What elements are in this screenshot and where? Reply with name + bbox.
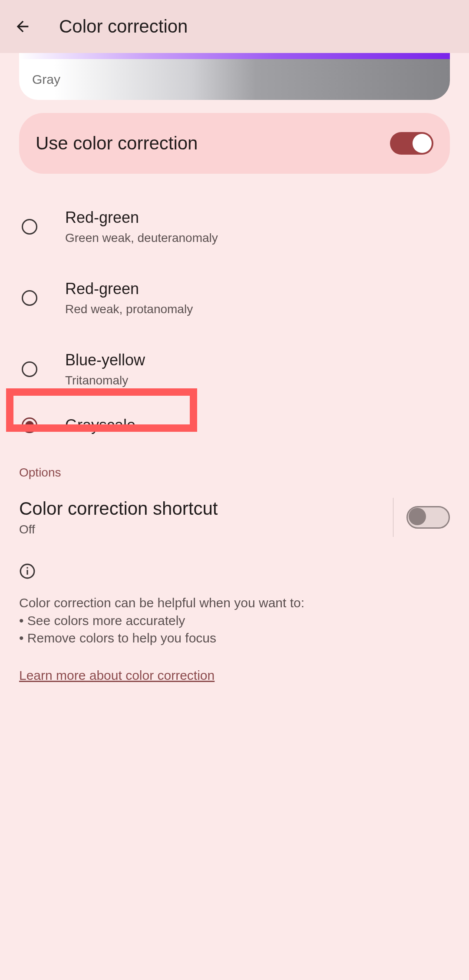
radio-icon [22, 361, 37, 377]
radio-title: Grayscale [65, 416, 135, 434]
radio-texts: Grayscale [65, 416, 135, 434]
radio-icon [22, 219, 37, 235]
shortcut-row[interactable]: Color correction shortcut Off [19, 498, 450, 537]
info-line: • Remove colors to help you focus [19, 629, 450, 647]
divider [393, 498, 393, 537]
page-title: Color correction [59, 16, 188, 37]
toggle-label: Use color correction [36, 133, 198, 154]
info-line: • See colors more accurately [19, 612, 450, 630]
learn-more-link[interactable]: Learn more about color correction [19, 668, 215, 683]
mode-deuteranomaly[interactable]: Red-green Green weak, deuteranomaly [19, 191, 450, 262]
preview-stripe [19, 53, 450, 59]
content: Gray Use color correction Red-green Gree… [0, 53, 469, 683]
preview-label: Gray [32, 72, 60, 87]
use-color-correction-row[interactable]: Use color correction [19, 113, 450, 174]
use-color-correction-switch[interactable] [390, 132, 433, 155]
radio-sub: Tritanomaly [65, 374, 145, 387]
mode-grayscale[interactable]: Grayscale [19, 405, 450, 446]
preview-card: Gray [19, 53, 450, 100]
radio-title: Red-green [65, 209, 218, 227]
radio-texts: Red-green Red weak, protanomaly [65, 280, 193, 316]
radio-texts: Red-green Green weak, deuteranomaly [65, 209, 218, 245]
mode-list: Red-green Green weak, deuteranomaly Red-… [19, 191, 450, 446]
info-line: Color correction can be helpful when you… [19, 594, 450, 612]
switch-knob [413, 134, 432, 153]
shortcut-sub: Off [19, 523, 380, 536]
back-icon[interactable] [12, 16, 33, 37]
info-text: Color correction can be helpful when you… [19, 594, 450, 647]
mode-protanomaly[interactable]: Red-green Red weak, protanomaly [19, 262, 450, 334]
mode-tritanomaly[interactable]: Blue-yellow Tritanomaly [19, 334, 450, 405]
info-icon [19, 563, 450, 581]
shortcut-texts: Color correction shortcut Off [19, 498, 380, 536]
radio-sub: Green weak, deuteranomaly [65, 231, 218, 245]
app-bar: Color correction [0, 0, 469, 53]
radio-title: Red-green [65, 280, 193, 298]
radio-sub: Red weak, protanomaly [65, 302, 193, 316]
options-header: Options [19, 466, 450, 480]
svg-rect-2 [26, 567, 28, 569]
radio-texts: Blue-yellow Tritanomaly [65, 351, 145, 387]
radio-icon [22, 290, 37, 306]
switch-knob [409, 508, 426, 525]
shortcut-title: Color correction shortcut [19, 498, 380, 519]
radio-icon [22, 417, 37, 433]
svg-rect-1 [26, 570, 28, 575]
radio-title: Blue-yellow [65, 351, 145, 369]
shortcut-switch[interactable] [406, 506, 450, 529]
radio-inner [25, 421, 34, 430]
